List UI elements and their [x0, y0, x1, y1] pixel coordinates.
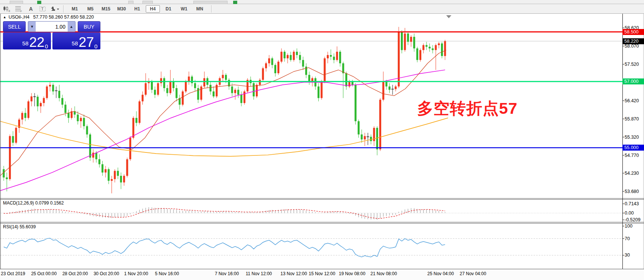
upper-toolbar-strip	[0, 0, 644, 4]
time-tick-label: 13 Nov 12:00	[280, 271, 307, 276]
toolbar-sliver	[128, 1, 133, 4]
bid-price-prefix: 58	[22, 40, 29, 46]
time-tick-label: 21 Nov 08:00	[370, 271, 397, 276]
time-tick-label: 11 Nov 12:00	[246, 271, 272, 276]
time-tick-label: 1 Nov 20:00	[124, 271, 148, 276]
time-tick-label: 15 Nov 12:00	[309, 271, 335, 276]
chinese-annotation-text: 多空转折点57	[417, 98, 518, 119]
svg-text:E: E	[9, 10, 10, 12]
timeframe-d1[interactable]: D1	[161, 5, 176, 13]
indicator-tick-label: 70	[625, 236, 644, 241]
price-level-badge: 58.500	[622, 29, 644, 35]
text-label-icon[interactable]: A	[26, 5, 36, 13]
text-box-icon[interactable]: T	[38, 5, 48, 13]
ask-price-main: 27	[79, 36, 94, 49]
ohlc-values: 57.770 58.260 57.650 58.220	[33, 15, 94, 20]
arrows-tool-icon[interactable]	[50, 5, 59, 13]
time-tick-label: 5 Nov 16:00	[155, 271, 179, 276]
time-tick-label: 30 Oct 20:00	[94, 271, 119, 276]
timeframe-m15[interactable]: M15	[99, 5, 113, 13]
symbol-period-label: USOil-,H4	[9, 15, 29, 20]
indicator-tick-label: -0.5209	[625, 217, 644, 222]
one-click-trading-panel: SELL ▼ 1.00 ▲ BUY 58 22 0 58 27 0	[3, 21, 100, 49]
price-tick-label: 54.230	[625, 171, 644, 176]
buy-button[interactable]: BUY	[78, 21, 100, 32]
time-tick-label: 25 Nov 04:00	[427, 271, 454, 276]
time-tick-label: 19 Nov 08:00	[339, 271, 365, 276]
sell-button[interactable]: SELL	[3, 21, 26, 32]
chart-shift-icon	[446, 15, 451, 18]
time-tick-label: 25 Oct 00:00	[31, 271, 57, 276]
timeframe-w1[interactable]: W1	[177, 5, 191, 13]
time-tick-label: 7 Nov 16:00	[215, 271, 239, 276]
svg-text:F: F	[20, 10, 22, 12]
trading-app-window: E F A T M1M5M15M30H1H4D1W1MN ▲ USOil-,H4…	[0, 0, 644, 280]
ask-price-display[interactable]: 58 27 0	[52, 32, 100, 49]
toolbar-sliver	[193, 1, 228, 4]
toolbar-sliver-green	[37, 1, 41, 4]
price-level-badge: 55.000	[622, 145, 644, 151]
timeframe-m30[interactable]: M30	[115, 5, 129, 13]
ask-price-prefix: 58	[72, 40, 78, 46]
svg-text:T: T	[41, 7, 44, 11]
ask-price-pip: 0	[94, 43, 97, 49]
bid-price-display[interactable]: 58 22 0	[3, 32, 51, 49]
price-tick-label: 55.320	[625, 135, 644, 140]
toolbar-separator	[211, 5, 212, 13]
bid-price-pip: 0	[45, 43, 48, 49]
indicator-tick-label: 100	[625, 223, 644, 229]
timeframe-buttons: M1M5M15M30H1H4D1W1MN	[67, 5, 207, 13]
timeframe-h4[interactable]: H4	[146, 5, 160, 13]
symbol-arrow-icon: ▲	[3, 15, 6, 19]
volume-down-icon[interactable]: ▼	[28, 22, 36, 32]
price-tick-label: 54.770	[625, 153, 644, 158]
timeframe-h1[interactable]: H1	[130, 5, 144, 13]
indicator-tick-label: 0.00	[625, 210, 644, 216]
toolbar-sliver-green	[233, 1, 237, 4]
grid-icon[interactable]: F	[14, 5, 24, 13]
time-tick-label: 23 Oct 2019	[1, 271, 25, 276]
timeframe-mn[interactable]: MN	[193, 5, 207, 13]
indicator-tick-label: 30	[625, 252, 644, 258]
price-tick-label: 58.070	[625, 44, 644, 49]
price-level-badge: 58.220	[622, 38, 644, 44]
time-tick-label: 28 Oct 20:00	[62, 271, 88, 276]
chart-toolbar: E F A T M1M5M15M30H1H4D1W1MN	[0, 4, 644, 14]
volume-spinner: ▼ 1.00 ▲	[28, 21, 75, 32]
indicator-tick-label: 0.7143	[625, 201, 644, 206]
volume-input[interactable]: 1.00	[36, 22, 68, 32]
candlestick-style-icon[interactable]: E	[2, 5, 12, 13]
macd-indicator-label: MACD(12,26,9) 0.0799 0.1562	[3, 200, 64, 206]
volume-up-icon[interactable]: ▲	[68, 22, 75, 32]
toolbar-sliver	[10, 1, 23, 4]
price-level-badge: 57.000	[622, 78, 644, 84]
price-tick-label: 53.680	[625, 189, 644, 194]
timeframe-m5[interactable]: M5	[83, 5, 97, 13]
timeframe-m1[interactable]: M1	[68, 5, 82, 13]
chart-title: ▲ USOil-,H4 57.770 58.260 57.650 58.220	[3, 15, 94, 20]
toolbar-separator	[63, 5, 64, 13]
toolbar-sliver	[142, 1, 153, 4]
time-tick-label: 27 Nov 04:00	[460, 271, 486, 276]
price-tick-label: 55.870	[625, 116, 644, 122]
price-tick-label: 57.520	[625, 62, 644, 67]
bid-price-main: 22	[29, 36, 45, 49]
price-tick-label: 56.420	[625, 98, 644, 103]
rsi-indicator-label: RSI(14) 55.6039	[3, 224, 36, 229]
